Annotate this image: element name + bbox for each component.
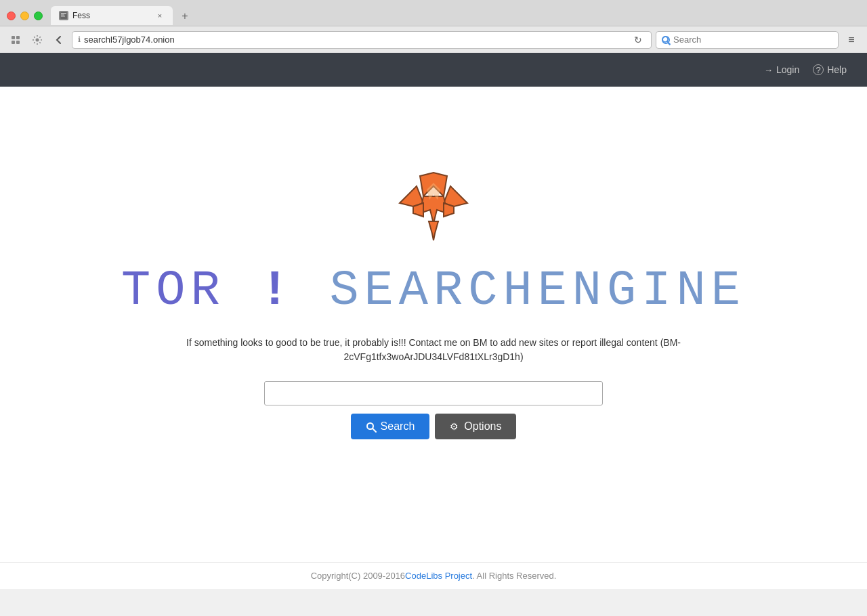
menu-button[interactable]: ≡ (843, 31, 860, 49)
main-search-input[interactable] (264, 381, 603, 405)
login-label: Login (776, 64, 799, 75)
svg-marker-17 (429, 221, 438, 240)
main-content: Tor ! SearchEngine If something looks to… (0, 87, 867, 562)
title-tor: Tor (121, 263, 226, 319)
browser-search-bar[interactable] (656, 31, 839, 49)
svg-rect-1 (61, 13, 66, 14)
help-icon: ? (813, 64, 824, 75)
maximize-button[interactable] (34, 12, 43, 20)
footer-link[interactable]: CodeLibs Project (405, 571, 472, 581)
help-label: Help (827, 64, 847, 75)
logo-container (389, 169, 478, 253)
address-bar[interactable]: ℹ ↻ (72, 31, 652, 49)
login-icon: → (764, 65, 773, 75)
svg-marker-11 (400, 186, 423, 206)
search-container: Search ⚙ Options (264, 381, 603, 439)
page-content: → Login ? Help (0, 53, 867, 589)
browser-chrome: Fess × + ℹ (0, 0, 867, 53)
svg-marker-12 (444, 186, 467, 206)
svg-point-8 (36, 38, 39, 41)
new-tab-button[interactable]: + (175, 9, 194, 24)
svg-rect-4 (12, 36, 15, 39)
extensions-button[interactable] (7, 31, 24, 49)
address-input[interactable] (84, 35, 627, 45)
copyright-start: Copyright(C) 2009-2016 (311, 571, 405, 581)
help-link[interactable]: ? Help (813, 64, 847, 75)
site-footer: Copyright(C) 2009-2016 CodeLibs Project … (0, 562, 867, 589)
nav-bar: ℹ ↻ ≡ (0, 26, 867, 53)
svg-rect-5 (16, 36, 20, 39)
svg-rect-7 (16, 41, 20, 44)
svg-line-10 (667, 41, 670, 44)
browser-search-input[interactable] (673, 35, 832, 45)
back-button[interactable] (50, 31, 68, 49)
site-nav: → Login ? Help (0, 53, 867, 87)
reload-button[interactable]: ↻ (631, 32, 646, 47)
site-logo (389, 169, 478, 250)
search-button[interactable]: Search (351, 414, 430, 439)
button-row: Search ⚙ Options (351, 414, 517, 439)
site-title: Tor ! SearchEngine (121, 267, 746, 315)
active-tab[interactable]: Fess × (51, 6, 173, 25)
tab-title: Fess (72, 11, 151, 20)
svg-rect-3 (61, 16, 65, 17)
svg-rect-2 (61, 15, 64, 16)
search-button-icon (366, 422, 375, 431)
minimize-button[interactable] (20, 12, 29, 20)
options-button[interactable]: ⚙ Options (435, 414, 516, 439)
title-search: SearchEngine (329, 263, 745, 319)
window-controls (7, 12, 43, 20)
browser-search-icon (662, 36, 670, 44)
copyright-end: . All Rights Reserved. (472, 571, 556, 581)
gear-icon: ⚙ (450, 421, 459, 432)
svg-rect-6 (12, 41, 15, 44)
info-icon: ℹ (78, 35, 81, 44)
login-link[interactable]: → Login (764, 64, 799, 75)
close-button[interactable] (7, 12, 16, 20)
tab-bar: Fess × + (51, 6, 860, 25)
tab-close-button[interactable]: × (155, 11, 165, 20)
svg-line-20 (373, 428, 376, 432)
options-button-label: Options (464, 420, 501, 433)
search-button-label: Search (381, 420, 415, 433)
notice-text: If something looks to good to be true, i… (169, 336, 698, 364)
title-bar: Fess × + (0, 0, 867, 26)
tab-favicon (59, 11, 68, 20)
settings-button[interactable] (28, 31, 46, 49)
title-exclaim: ! (260, 263, 295, 319)
